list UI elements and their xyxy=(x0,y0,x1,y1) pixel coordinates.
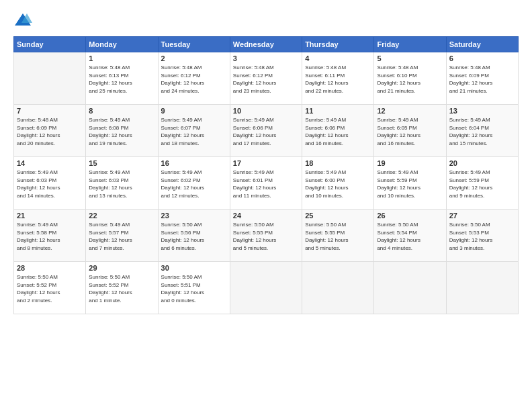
calendar-cell xyxy=(230,262,302,314)
header-monday: Monday xyxy=(86,37,158,52)
calendar-cell: 19Sunrise: 5:49 AM Sunset: 5:59 PM Dayli… xyxy=(374,157,446,210)
calendar-cell xyxy=(302,262,374,314)
calendar-cell: 21Sunrise: 5:49 AM Sunset: 5:58 PM Dayli… xyxy=(14,210,86,262)
logo-icon xyxy=(13,11,32,30)
day-info: Sunrise: 5:50 AM Sunset: 5:51 PM Dayligh… xyxy=(161,273,227,304)
day-info: Sunrise: 5:50 AM Sunset: 5:53 PM Dayligh… xyxy=(449,221,515,252)
day-number: 25 xyxy=(305,212,371,220)
day-number: 29 xyxy=(89,264,154,272)
calendar-cell: 5Sunrise: 5:48 AM Sunset: 6:10 PM Daylig… xyxy=(374,52,446,105)
calendar-cell: 20Sunrise: 5:49 AM Sunset: 5:59 PM Dayli… xyxy=(446,157,518,210)
day-info: Sunrise: 5:49 AM Sunset: 5:59 PM Dayligh… xyxy=(377,169,443,199)
calendar-header-row: SundayMondayTuesdayWednesdayThursdayFrid… xyxy=(14,37,519,52)
header-sunday: Sunday xyxy=(14,37,86,52)
page-header xyxy=(13,11,519,30)
day-info: Sunrise: 5:49 AM Sunset: 6:03 PM Dayligh… xyxy=(89,169,154,199)
calendar-cell: 6Sunrise: 5:48 AM Sunset: 6:09 PM Daylig… xyxy=(446,52,518,105)
calendar-cell: 23Sunrise: 5:50 AM Sunset: 5:56 PM Dayli… xyxy=(158,210,230,262)
day-number: 11 xyxy=(305,107,371,115)
day-info: Sunrise: 5:49 AM Sunset: 6:04 PM Dayligh… xyxy=(449,116,515,147)
calendar-cell: 17Sunrise: 5:49 AM Sunset: 6:01 PM Dayli… xyxy=(230,157,302,210)
day-info: Sunrise: 5:48 AM Sunset: 6:10 PM Dayligh… xyxy=(377,64,443,95)
calendar-week-1: 1Sunrise: 5:48 AM Sunset: 6:13 PM Daylig… xyxy=(14,52,519,105)
calendar-cell: 13Sunrise: 5:49 AM Sunset: 6:04 PM Dayli… xyxy=(446,105,518,157)
calendar-cell: 30Sunrise: 5:50 AM Sunset: 5:51 PM Dayli… xyxy=(158,262,230,314)
day-number: 30 xyxy=(161,264,227,272)
day-number: 4 xyxy=(305,54,371,62)
calendar-cell: 12Sunrise: 5:49 AM Sunset: 6:05 PM Dayli… xyxy=(374,105,446,157)
calendar-cell: 14Sunrise: 5:49 AM Sunset: 6:03 PM Dayli… xyxy=(14,157,86,210)
day-info: Sunrise: 5:48 AM Sunset: 6:09 PM Dayligh… xyxy=(449,64,515,95)
header-friday: Friday xyxy=(374,37,446,52)
calendar-cell: 15Sunrise: 5:49 AM Sunset: 6:03 PM Dayli… xyxy=(86,157,158,210)
calendar-cell: 9Sunrise: 5:49 AM Sunset: 6:07 PM Daylig… xyxy=(158,105,230,157)
day-info: Sunrise: 5:48 AM Sunset: 6:12 PM Dayligh… xyxy=(161,64,227,95)
day-number: 12 xyxy=(377,107,443,115)
day-number: 15 xyxy=(89,159,154,167)
day-number: 2 xyxy=(161,54,227,62)
day-info: Sunrise: 5:50 AM Sunset: 5:54 PM Dayligh… xyxy=(377,221,443,252)
day-info: Sunrise: 5:49 AM Sunset: 6:06 PM Dayligh… xyxy=(305,116,371,147)
calendar-cell xyxy=(14,52,86,105)
calendar-cell: 28Sunrise: 5:50 AM Sunset: 5:52 PM Dayli… xyxy=(14,262,86,314)
day-number: 27 xyxy=(449,212,515,220)
header-thursday: Thursday xyxy=(302,37,374,52)
day-info: Sunrise: 5:49 AM Sunset: 6:02 PM Dayligh… xyxy=(161,169,227,199)
calendar-cell: 26Sunrise: 5:50 AM Sunset: 5:54 PM Dayli… xyxy=(374,210,446,262)
day-number: 20 xyxy=(449,159,515,167)
day-info: Sunrise: 5:49 AM Sunset: 5:59 PM Dayligh… xyxy=(449,169,515,199)
day-number: 18 xyxy=(305,159,371,167)
day-info: Sunrise: 5:49 AM Sunset: 6:06 PM Dayligh… xyxy=(233,116,299,147)
calendar-table: SundayMondayTuesdayWednesdayThursdayFrid… xyxy=(13,36,519,314)
day-info: Sunrise: 5:50 AM Sunset: 5:55 PM Dayligh… xyxy=(305,221,371,252)
day-number: 23 xyxy=(161,212,227,220)
day-number: 26 xyxy=(377,212,443,220)
day-info: Sunrise: 5:48 AM Sunset: 6:09 PM Dayligh… xyxy=(17,116,83,147)
day-info: Sunrise: 5:49 AM Sunset: 6:05 PM Dayligh… xyxy=(377,116,443,147)
day-number: 6 xyxy=(449,54,515,62)
day-number: 1 xyxy=(89,54,154,62)
calendar-cell: 10Sunrise: 5:49 AM Sunset: 6:06 PM Dayli… xyxy=(230,105,302,157)
day-info: Sunrise: 5:50 AM Sunset: 5:52 PM Dayligh… xyxy=(17,273,83,304)
calendar-cell: 25Sunrise: 5:50 AM Sunset: 5:55 PM Dayli… xyxy=(302,210,374,262)
calendar-cell: 24Sunrise: 5:50 AM Sunset: 5:55 PM Dayli… xyxy=(230,210,302,262)
day-number: 7 xyxy=(17,107,83,115)
day-number: 9 xyxy=(161,107,227,115)
day-number: 5 xyxy=(377,54,443,62)
calendar-cell: 3Sunrise: 5:48 AM Sunset: 6:12 PM Daylig… xyxy=(230,52,302,105)
day-info: Sunrise: 5:49 AM Sunset: 6:00 PM Dayligh… xyxy=(305,169,371,199)
calendar-cell: 7Sunrise: 5:48 AM Sunset: 6:09 PM Daylig… xyxy=(14,105,86,157)
day-number: 10 xyxy=(233,107,299,115)
calendar-cell: 18Sunrise: 5:49 AM Sunset: 6:00 PM Dayli… xyxy=(302,157,374,210)
day-number: 14 xyxy=(17,159,83,167)
calendar-cell: 1Sunrise: 5:48 AM Sunset: 6:13 PM Daylig… xyxy=(86,52,158,105)
logo xyxy=(13,11,35,30)
calendar-cell: 16Sunrise: 5:49 AM Sunset: 6:02 PM Dayli… xyxy=(158,157,230,210)
calendar-cell xyxy=(374,262,446,314)
day-number: 24 xyxy=(233,212,299,220)
day-info: Sunrise: 5:50 AM Sunset: 5:52 PM Dayligh… xyxy=(89,273,154,304)
calendar-cell: 11Sunrise: 5:49 AM Sunset: 6:06 PM Dayli… xyxy=(302,105,374,157)
day-info: Sunrise: 5:48 AM Sunset: 6:11 PM Dayligh… xyxy=(305,64,371,95)
day-number: 13 xyxy=(449,107,515,115)
day-info: Sunrise: 5:49 AM Sunset: 6:03 PM Dayligh… xyxy=(17,169,83,199)
day-number: 22 xyxy=(89,212,154,220)
day-number: 16 xyxy=(161,159,227,167)
calendar-cell: 27Sunrise: 5:50 AM Sunset: 5:53 PM Dayli… xyxy=(446,210,518,262)
day-number: 17 xyxy=(233,159,299,167)
calendar-week-5: 28Sunrise: 5:50 AM Sunset: 5:52 PM Dayli… xyxy=(14,262,519,314)
calendar-cell: 4Sunrise: 5:48 AM Sunset: 6:11 PM Daylig… xyxy=(302,52,374,105)
day-info: Sunrise: 5:50 AM Sunset: 5:55 PM Dayligh… xyxy=(233,221,299,252)
day-info: Sunrise: 5:50 AM Sunset: 5:56 PM Dayligh… xyxy=(161,221,227,252)
calendar-cell: 8Sunrise: 5:49 AM Sunset: 6:08 PM Daylig… xyxy=(86,105,158,157)
day-info: Sunrise: 5:49 AM Sunset: 5:58 PM Dayligh… xyxy=(17,221,83,252)
calendar-week-4: 21Sunrise: 5:49 AM Sunset: 5:58 PM Dayli… xyxy=(14,210,519,262)
calendar-cell xyxy=(446,262,518,314)
day-info: Sunrise: 5:49 AM Sunset: 5:57 PM Dayligh… xyxy=(89,221,154,252)
calendar-cell: 22Sunrise: 5:49 AM Sunset: 5:57 PM Dayli… xyxy=(86,210,158,262)
calendar-week-2: 7Sunrise: 5:48 AM Sunset: 6:09 PM Daylig… xyxy=(14,105,519,157)
day-number: 3 xyxy=(233,54,299,62)
header-tuesday: Tuesday xyxy=(158,37,230,52)
day-info: Sunrise: 5:48 AM Sunset: 6:13 PM Dayligh… xyxy=(89,64,154,95)
header-saturday: Saturday xyxy=(446,37,518,52)
